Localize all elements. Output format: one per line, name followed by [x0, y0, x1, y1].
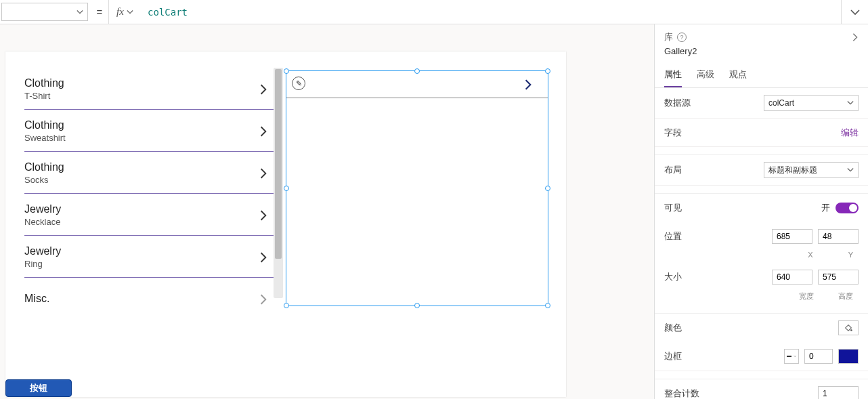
- chevron-right-icon[interactable]: [257, 251, 269, 264]
- item-subtitle: Socks: [24, 175, 64, 185]
- gallery2-selected[interactable]: ✎: [286, 70, 548, 306]
- chevron-down-icon: [794, 354, 796, 359]
- layout-label: 布局: [664, 164, 682, 176]
- row-position: 位置: [655, 222, 868, 251]
- paint-bucket-icon: [844, 323, 853, 333]
- tab-views[interactable]: 观点: [729, 64, 747, 87]
- property-dropdown[interactable]: [1, 3, 88, 21]
- list-item[interactable]: Jewelry Ring: [24, 236, 274, 278]
- color-label: 颜色: [664, 322, 682, 334]
- selection-handle[interactable]: [545, 186, 550, 191]
- selection-handle[interactable]: [284, 186, 289, 191]
- equals-label: =: [91, 0, 108, 24]
- fields-label: 字段: [664, 127, 682, 139]
- item-title: Jewelry: [24, 245, 61, 257]
- list-item[interactable]: Misc.: [24, 278, 274, 318]
- expand-formula-button[interactable]: [841, 0, 868, 24]
- canvas-area[interactable]: Clothing T-Shirt Clothing Sweatshirt: [0, 24, 654, 399]
- selection-handle[interactable]: [284, 303, 289, 308]
- row-fields: 字段 编辑: [655, 119, 868, 147]
- visible-on-text: 开: [821, 202, 830, 214]
- color-picker[interactable]: [838, 320, 859, 335]
- border-style-dropdown[interactable]: [784, 349, 799, 364]
- item-subtitle: Sweatshirt: [24, 133, 66, 143]
- height-sublabel: 高度: [838, 291, 853, 301]
- selection-handle[interactable]: [545, 303, 550, 308]
- layout-dropdown[interactable]: 标题和副标题: [764, 162, 859, 178]
- tab-properties[interactable]: 属性: [664, 64, 682, 87]
- row-border: 边框: [655, 342, 868, 371]
- app-button[interactable]: 按钮: [5, 379, 72, 397]
- svg-point-0: [850, 329, 852, 331]
- list-item[interactable]: Clothing Socks: [24, 152, 274, 194]
- border-width-input[interactable]: [804, 349, 833, 364]
- selection-handle[interactable]: [414, 68, 420, 74]
- item-subtitle: Ring: [24, 259, 61, 269]
- row-layout: 布局 标题和副标题: [655, 155, 868, 186]
- gallery2-template-row[interactable]: ✎: [286, 71, 548, 98]
- layout-value: 标题和副标题: [768, 165, 817, 176]
- selection-handle[interactable]: [284, 68, 289, 74]
- list-item[interactable]: Clothing Sweatshirt: [24, 110, 274, 152]
- properties-panel: 库 ? Gallery2 属性 高级 观点 数据源 colCart: [654, 24, 868, 399]
- gallery1[interactable]: Clothing T-Shirt Clothing Sweatshirt: [24, 68, 283, 318]
- position-label: 位置: [664, 230, 682, 243]
- row-visible: 可见 开: [655, 194, 868, 222]
- chevron-right-icon: [850, 33, 860, 42]
- datasource-dropdown[interactable]: colCart: [764, 95, 859, 111]
- scrollbar-thumb[interactable]: [275, 69, 282, 259]
- row-color: 颜色: [655, 314, 868, 342]
- formula-input[interactable]: [141, 0, 841, 24]
- control-type-label: 库: [664, 31, 673, 43]
- control-name: Gallery2: [664, 46, 859, 56]
- visible-label: 可见: [664, 202, 682, 214]
- item-title: Clothing: [24, 119, 66, 131]
- edit-template-icon[interactable]: ✎: [292, 77, 305, 90]
- row-size: 大小: [655, 263, 868, 291]
- row-wrapcount: 整合计数: [655, 379, 868, 399]
- datasource-value: colCart: [768, 98, 794, 108]
- item-title: Misc.: [24, 293, 49, 305]
- property-tabs: 属性 高级 观点: [655, 60, 868, 88]
- list-item[interactable]: Clothing T-Shirt: [24, 68, 274, 110]
- size-height-input[interactable]: [818, 270, 859, 285]
- chevron-right-icon[interactable]: [522, 79, 534, 91]
- selection-handle[interactable]: [545, 68, 550, 74]
- fx-icon: fx: [116, 6, 124, 18]
- chevron-down-icon: [850, 7, 861, 18]
- help-icon[interactable]: ?: [677, 33, 687, 42]
- chevron-right-icon[interactable]: [257, 293, 269, 306]
- chevron-right-icon[interactable]: [257, 125, 269, 138]
- fx-button[interactable]: fx: [108, 0, 141, 24]
- formula-bar: = fx: [0, 0, 868, 24]
- x-sublabel: X: [808, 251, 812, 259]
- size-label: 大小: [664, 271, 682, 283]
- visible-toggle[interactable]: [836, 203, 859, 213]
- chevron-down-icon: [847, 100, 854, 106]
- item-title: Jewelry: [24, 203, 61, 215]
- wrapcount-input[interactable]: [818, 386, 859, 399]
- edit-fields-link[interactable]: 编辑: [841, 127, 859, 139]
- position-y-input[interactable]: [818, 229, 859, 244]
- chevron-right-icon[interactable]: [257, 209, 269, 222]
- datasource-label: 数据源: [664, 97, 691, 109]
- position-x-input[interactable]: [772, 229, 812, 244]
- tab-advanced[interactable]: 高级: [697, 64, 714, 87]
- y-sublabel: Y: [848, 251, 853, 259]
- item-subtitle: Necklace: [24, 217, 61, 227]
- chevron-right-icon[interactable]: [257, 83, 269, 96]
- list-item[interactable]: Jewelry Necklace: [24, 194, 274, 236]
- collapse-panel-button[interactable]: [850, 33, 860, 42]
- button-label: 按钮: [30, 382, 47, 394]
- width-sublabel: 宽度: [799, 291, 814, 301]
- chevron-down-icon: [77, 9, 83, 16]
- scrollbar[interactable]: [274, 68, 283, 298]
- border-color-picker[interactable]: [838, 349, 859, 364]
- row-datasource: 数据源 colCart: [655, 88, 868, 119]
- item-title: Clothing: [24, 161, 64, 173]
- chevron-down-icon: [847, 167, 854, 173]
- size-width-input[interactable]: [772, 270, 812, 285]
- app-screen[interactable]: Clothing T-Shirt Clothing Sweatshirt: [5, 51, 566, 397]
- selection-handle[interactable]: [414, 303, 420, 308]
- chevron-right-icon[interactable]: [257, 167, 269, 180]
